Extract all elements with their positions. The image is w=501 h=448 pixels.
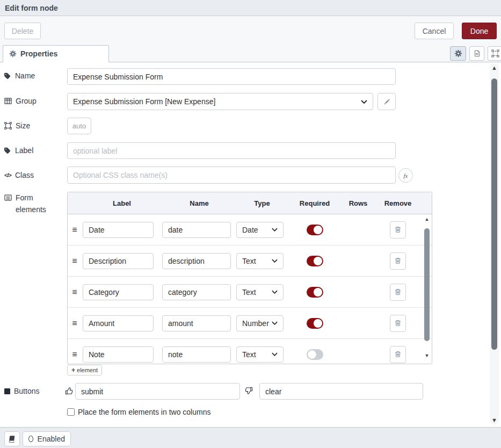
- required-toggle[interactable]: [307, 318, 323, 329]
- element-name-input[interactable]: [162, 346, 231, 363]
- main-scrollbar[interactable]: ▲ ▼: [490, 63, 499, 424]
- thumbs-down-icon: [244, 386, 253, 395]
- element-type-select[interactable]: Date: [236, 222, 284, 238]
- chevron-down-icon: [361, 100, 367, 104]
- element-name-input[interactable]: [162, 222, 231, 238]
- circle-icon: [28, 436, 33, 442]
- class-field-label: </> Class: [4, 171, 34, 179]
- element-name-input[interactable]: [162, 253, 231, 269]
- column-header-required: Required: [288, 199, 342, 207]
- chevron-down-icon: [272, 228, 278, 232]
- trash-icon: [394, 350, 402, 358]
- dialog-footer: Enabled: [0, 427, 501, 448]
- element-name-input[interactable]: [162, 284, 231, 300]
- description-view-button[interactable]: [469, 46, 484, 61]
- size-button[interactable]: auto: [67, 118, 91, 134]
- scroll-up-icon[interactable]: ▲: [423, 216, 431, 222]
- element-type-select[interactable]: Text: [236, 253, 284, 269]
- class-expand-button[interactable]: fx: [398, 168, 413, 183]
- required-toggle[interactable]: [307, 349, 323, 360]
- element-type-select[interactable]: Text: [236, 346, 284, 363]
- table-row: ≡ Date: [68, 214, 432, 245]
- tab-properties[interactable]: Properties: [3, 45, 109, 62]
- form-elements-table: Label Name Type Required Rows Remove ≡ D…: [67, 192, 432, 364]
- trash-icon: [394, 288, 402, 296]
- element-label-input[interactable]: [83, 315, 154, 331]
- delete-element-button[interactable]: [390, 284, 406, 301]
- class-input[interactable]: [67, 167, 396, 184]
- buttons-field-label: Buttons: [4, 387, 39, 395]
- element-label-input[interactable]: [83, 284, 154, 300]
- two-columns-option: Place the form elements in two columns: [67, 408, 210, 416]
- element-label-input[interactable]: [83, 222, 154, 238]
- column-header-name: Name: [162, 199, 236, 207]
- gear-icon: [9, 50, 17, 57]
- code-icon: </>: [4, 172, 11, 178]
- drag-handle-icon[interactable]: ≡: [68, 350, 82, 359]
- drag-handle-icon[interactable]: ≡: [68, 256, 82, 266]
- form-elements-header: Label Name Type Required Rows Remove: [68, 192, 432, 214]
- node-help-button[interactable]: [4, 431, 20, 446]
- selection-rect-icon: [491, 49, 499, 57]
- required-toggle[interactable]: [307, 287, 323, 298]
- delete-element-button[interactable]: [390, 315, 406, 332]
- delete-button[interactable]: Delete: [4, 23, 41, 39]
- element-label-input[interactable]: [83, 346, 154, 363]
- element-type-select[interactable]: Number: [236, 315, 284, 331]
- form-elements-field-label: Form elements: [4, 192, 50, 215]
- column-header-label: Label: [82, 199, 162, 207]
- scroll-down-icon[interactable]: ▼: [490, 417, 499, 423]
- pencil-icon: [383, 98, 390, 105]
- scroll-down-icon[interactable]: ▼: [423, 353, 431, 358]
- fx-icon: fx: [404, 172, 408, 179]
- element-label-input[interactable]: [83, 253, 154, 269]
- clear-button-label-input[interactable]: [259, 383, 423, 400]
- properties-view-button[interactable]: [450, 46, 466, 61]
- dialog-toolbar: Delete Cancel Done: [0, 17, 501, 45]
- group-field-label: Group: [4, 97, 37, 105]
- object-group-icon: [4, 122, 12, 129]
- drag-handle-icon[interactable]: ≡: [68, 319, 82, 328]
- table-scrollbar-thumb[interactable]: [424, 228, 430, 341]
- element-name-input[interactable]: [162, 315, 231, 331]
- cancel-button[interactable]: Cancel: [415, 23, 454, 39]
- column-header-type: Type: [236, 199, 288, 207]
- two-columns-checkbox[interactable]: [67, 408, 75, 416]
- name-input[interactable]: [67, 68, 396, 85]
- table-row: ≡ Number: [68, 307, 432, 338]
- tag-icon: [4, 73, 11, 80]
- element-type-select[interactable]: Text: [236, 284, 284, 300]
- add-element-button[interactable]: + element: [67, 365, 102, 375]
- label-input[interactable]: [67, 142, 396, 159]
- delete-element-button[interactable]: [390, 346, 406, 363]
- edit-group-button[interactable]: [377, 93, 396, 110]
- chevron-down-icon: [272, 259, 278, 263]
- scroll-up-icon[interactable]: ▲: [490, 64, 499, 71]
- appearance-view-button[interactable]: [488, 46, 501, 61]
- drag-handle-icon[interactable]: ≡: [68, 287, 82, 297]
- dialog-title: Edit form node: [5, 4, 58, 12]
- required-toggle[interactable]: [307, 225, 323, 235]
- required-toggle[interactable]: [307, 256, 323, 266]
- delete-element-button[interactable]: [390, 221, 406, 239]
- trash-icon: [394, 226, 402, 234]
- name-field-label: Name: [4, 71, 35, 80]
- dialog-header: Edit form node: [0, 0, 501, 16]
- chevron-down-icon: [272, 352, 278, 356]
- tag-icon: [4, 147, 11, 154]
- column-header-rows: Rows: [342, 199, 375, 207]
- column-header-remove: Remove: [375, 199, 421, 207]
- drag-handle-icon[interactable]: ≡: [68, 225, 82, 235]
- submit-button-label-input[interactable]: [75, 383, 240, 400]
- group-select[interactable]: Expense Submission Form [New Expense]: [67, 93, 373, 110]
- delete-element-button[interactable]: [390, 252, 406, 270]
- main-scrollbar-thumb[interactable]: [491, 78, 497, 350]
- done-button[interactable]: Done: [462, 23, 497, 39]
- label-field-label: Label: [4, 146, 33, 155]
- table-icon: [4, 97, 12, 105]
- table-scrollbar[interactable]: ▲ ▼: [423, 216, 431, 362]
- two-columns-label: Place the form elements in two columns: [78, 408, 210, 416]
- size-field-label: Size: [4, 121, 30, 130]
- node-enabled-toggle[interactable]: Enabled: [23, 431, 71, 446]
- square-icon: [4, 388, 10, 394]
